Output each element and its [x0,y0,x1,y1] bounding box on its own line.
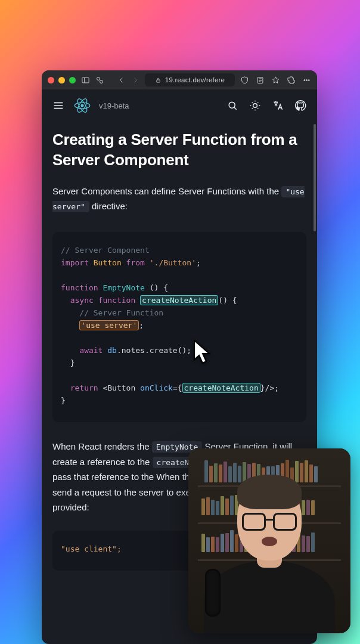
more-icon[interactable] [302,75,311,85]
presenter-person [207,489,332,633]
microphone [205,569,221,617]
svg-point-12 [229,102,235,108]
hamburger-menu-button[interactable] [51,98,66,113]
svg-point-1 [97,77,100,80]
svg-point-13 [253,104,257,108]
lock-icon [155,77,162,83]
tab-group-icon[interactable] [95,75,104,85]
reader-icon[interactable] [255,75,265,85]
window-controls [48,77,76,83]
close-window-button[interactable] [48,77,54,83]
svg-point-5 [303,79,305,80]
sidebar-toggle-icon[interactable] [80,75,90,85]
minimize-window-button[interactable] [58,77,65,83]
nav-back-button[interactable] [116,75,126,85]
highlight-create-note-action: createNoteAction [140,295,218,305]
url-bar[interactable]: 19.react.dev/refere [145,73,235,86]
browser-titlebar: 19.react.dev/refere [42,70,317,89]
page-heading: Creating a Server Function from a Server… [52,130,306,171]
svg-point-6 [306,79,307,80]
github-icon[interactable] [293,98,308,113]
translate-icon[interactable] [271,98,285,113]
highlight-use-server: 'use server' [79,320,139,330]
theme-toggle-icon[interactable] [248,98,262,113]
highlight-create-note-action-ref: createNoteAction [182,383,260,393]
version-label: v19-beta [99,101,129,110]
svg-rect-3 [157,80,160,82]
extensions-icon[interactable] [286,75,296,85]
shield-icon[interactable] [240,75,249,85]
nav-forward-button[interactable] [131,75,140,85]
svg-point-2 [100,80,103,83]
svg-rect-0 [82,78,88,83]
search-icon[interactable] [225,98,240,113]
code-block-server-component: // Server Component import Button from '… [52,232,306,423]
scrollbar[interactable] [314,124,316,231]
react-logo-icon[interactable] [74,97,91,114]
intro-paragraph: Server Components can define Server Func… [52,184,306,214]
webcam-overlay [188,448,350,633]
site-header: v19-beta [42,89,317,122]
svg-point-7 [308,79,309,80]
maximize-window-button[interactable] [69,77,76,83]
url-text: 19.react.dev/refere [165,76,225,83]
bookmark-icon[interactable] [271,75,280,85]
svg-point-8 [80,104,83,107]
